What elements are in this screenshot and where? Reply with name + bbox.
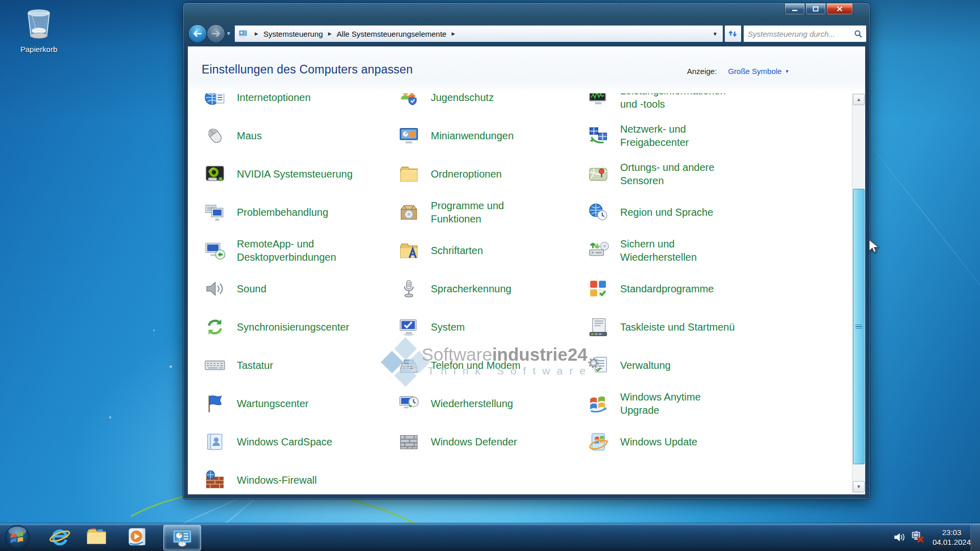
remote-icon (204, 240, 226, 261)
page-title: Einstellungen des Computers anpassen (202, 63, 413, 77)
show-desktop-button[interactable] (971, 523, 980, 551)
control-panel-item[interactable]: Telefon und Modem (398, 346, 577, 384)
recycle-bin-shortcut[interactable]: Papierkorb (14, 4, 63, 54)
explorer-button[interactable] (82, 525, 111, 549)
network-disconnected-icon[interactable] (911, 530, 925, 544)
nvidia-icon (204, 163, 226, 185)
back-button[interactable] (188, 24, 207, 43)
phone-icon (398, 355, 420, 376)
recycle-bin-icon (20, 4, 58, 42)
control-panel-item[interactable]: Standardprogramme (587, 269, 781, 308)
control-panel-item[interactable]: Ordneroptionen (398, 155, 577, 193)
minimize-button[interactable] (785, 4, 805, 15)
item-label: Ortungs- und andereSensoren (620, 161, 715, 187)
control-panel-task-button[interactable] (163, 525, 201, 550)
address-dropdown-icon[interactable]: ▼ (713, 31, 718, 37)
view-value-link[interactable]: Große Symbole (728, 67, 781, 76)
breadcrumb-alle-elemente[interactable]: Alle Systemsteuerungselemente (336, 28, 448, 40)
control-panel-item[interactable]: Synchronisierungscenter (204, 308, 388, 346)
region-icon (587, 202, 609, 223)
defender-icon (398, 431, 420, 453)
view-label: Anzeige: (687, 67, 717, 76)
items-column-2: JugendschutzMinianwendungenOrdneroptione… (398, 93, 577, 461)
network-icon (587, 125, 609, 146)
item-label: Minianwendungen (431, 129, 513, 142)
scroll-up-button[interactable]: ▲ (853, 94, 865, 105)
control-panel-item[interactable]: Region und Sprache (587, 193, 781, 231)
breadcrumb-systemsteuerung[interactable]: Systemsteuerung (262, 28, 324, 40)
firewall-icon (204, 469, 226, 491)
control-panel-window: ▼ ▶ Systemsteuerung ▶ Alle Systemsteueru… (183, 3, 870, 499)
control-panel-item[interactable]: Windows Defender (398, 422, 577, 461)
control-panel-item[interactable]: Windows AnytimeUpgrade (587, 384, 781, 422)
navigation-bar: ▼ ▶ Systemsteuerung ▶ Alle Systemsteueru… (187, 22, 866, 46)
folder-icon (398, 163, 420, 185)
control-panel-item[interactable]: RemoteApp- undDesktopverbindungen (204, 231, 388, 269)
control-panel-item[interactable]: Wiederherstellung (398, 384, 577, 422)
control-panel-item[interactable]: Jugendschutz (398, 93, 577, 116)
control-panel-item[interactable]: Internetoptionen (204, 93, 388, 116)
taskbar-clock[interactable]: 23:03 04.01.2024 (933, 528, 971, 547)
control-panel-item[interactable]: Schriftarten (398, 231, 577, 269)
control-panel-item[interactable]: Minianwendungen (398, 116, 577, 155)
breadcrumb-arrow-icon[interactable]: ▶ (452, 31, 455, 36)
item-label: Sound (237, 282, 266, 295)
view-dropdown-icon[interactable]: ▼ (785, 69, 789, 74)
keyboard-icon (204, 355, 226, 376)
control-panel-item[interactable]: Sichern undWiederherstellen (587, 231, 781, 269)
sensors-icon (587, 163, 609, 185)
refresh-button[interactable] (724, 25, 742, 42)
breadcrumb-arrow-icon[interactable]: ▶ (255, 31, 258, 36)
scroll-down-button[interactable]: ▼ (853, 481, 865, 492)
control-panel-item[interactable]: Netzwerk- undFreigabecenter (587, 116, 781, 155)
view-selector: Anzeige: Große Symbole ▼ (687, 67, 789, 76)
breadcrumb-bar[interactable]: ▶ Systemsteuerung ▶ Alle Systemsteuerung… (234, 25, 723, 42)
item-label: Windows-Firewall (237, 473, 317, 487)
control-panel-item[interactable]: Verwaltung (587, 346, 781, 384)
taskbar: 23:03 04.01.2024 (0, 523, 980, 551)
internet-explorer-button[interactable] (45, 525, 75, 549)
internet-explorer-button-icon (48, 525, 71, 549)
search-input[interactable] (744, 30, 854, 38)
control-panel-item[interactable]: Programme undFunktionen (398, 193, 577, 231)
maximize-button[interactable] (805, 4, 826, 15)
media-player-button[interactable] (122, 525, 152, 549)
control-panel-item[interactable]: Windows Update (587, 422, 781, 461)
breadcrumb-arrow-icon[interactable]: ▶ (328, 31, 332, 36)
item-label: Netzwerk- undFreigabecenter (620, 122, 689, 149)
control-panel-item[interactable]: Leistungsinformationenund -tools (587, 93, 781, 116)
control-panel-item[interactable]: Taskleiste und Startmenü (587, 308, 781, 346)
forward-button[interactable] (207, 24, 225, 43)
control-panel-item[interactable]: Tastatur (204, 346, 388, 384)
item-label: Windows Defender (431, 435, 517, 448)
control-panel-item[interactable]: Problembehandlung (204, 193, 388, 231)
item-label: Wiederherstellung (431, 397, 513, 410)
recovery-icon (398, 393, 420, 414)
control-panel-item[interactable]: NVIDIA Systemsteuerung (204, 155, 388, 193)
control-panel-item[interactable]: Wartungscenter (204, 384, 388, 422)
control-panel-item[interactable]: Windows-Firewall (204, 461, 388, 493)
mic-icon (398, 278, 420, 299)
control-panel-item[interactable]: Maus (204, 116, 388, 155)
item-label: Programme undFunktionen (431, 199, 504, 226)
control-panel-item[interactable]: System (398, 308, 577, 346)
content-header: Einstellungen des Computers anpassen Anz… (188, 46, 865, 93)
search-icon[interactable] (854, 30, 863, 38)
maximize-icon (813, 6, 819, 12)
admin-icon (587, 355, 609, 376)
control-panel-item[interactable]: Sound (204, 269, 388, 308)
scrollbar-thumb[interactable] (853, 189, 865, 464)
vertical-scrollbar[interactable]: ▲ ▼ (852, 93, 865, 493)
control-panel-item[interactable]: Windows CardSpace (204, 422, 388, 461)
clock-time: 23:03 (933, 528, 971, 537)
recent-pages-dropdown[interactable]: ▼ (226, 31, 231, 36)
control-panel-item[interactable]: Spracherkennung (398, 269, 577, 308)
sync-icon (204, 316, 226, 338)
close-button[interactable] (826, 4, 853, 15)
recycle-bin-label: Papierkorb (14, 45, 63, 54)
control-panel-item[interactable]: Ortungs- und andereSensoren (587, 155, 781, 193)
winupdate-icon (587, 431, 609, 453)
volume-icon[interactable] (893, 531, 906, 544)
start-button[interactable] (3, 525, 32, 549)
problem-icon (204, 202, 226, 223)
